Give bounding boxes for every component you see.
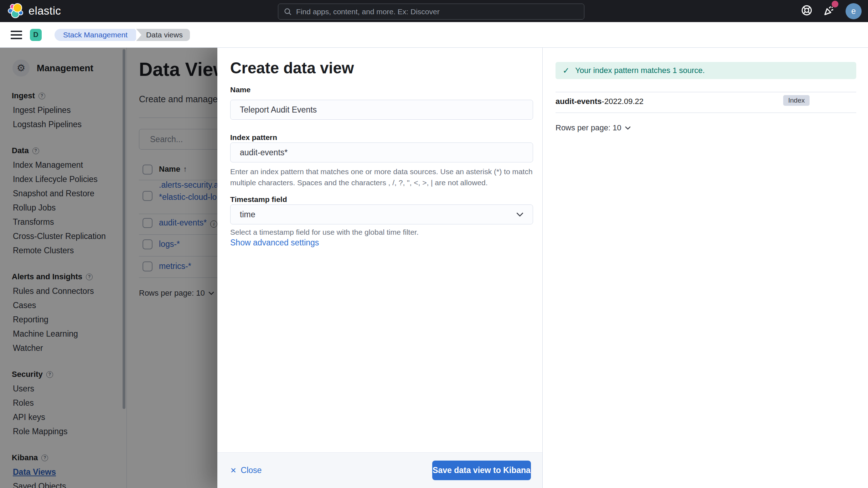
source-name-bold: audit-events [556, 97, 602, 106]
brand-name: elastic [29, 5, 61, 17]
index-pattern-help: Enter an index pattern that matches one … [230, 166, 535, 188]
search-icon [284, 8, 292, 16]
callout-text: Your index pattern matches 1 source. [575, 66, 705, 75]
breadcrumb-data-views: Data views [136, 29, 190, 41]
divider [556, 113, 856, 113]
timestamp-value: time [240, 210, 255, 219]
matched-source-row: audit-events-2022.09.22 Index [556, 97, 856, 106]
source-name: audit-events-2022.09.22 [556, 97, 644, 106]
timestamp-field-select[interactable]: time [230, 204, 533, 224]
kibana-app: elastic [0, 0, 868, 488]
notification-badge [832, 1, 838, 7]
rows-per-page-label: Rows per page: 10 [556, 123, 621, 133]
close-label: Close [241, 466, 262, 475]
save-data-view-button[interactable]: Save data view to Kibana [432, 461, 531, 480]
index-pattern-field[interactable] [230, 142, 533, 162]
source-preview-panel: ✓ Your index pattern matches 1 source. a… [543, 48, 868, 488]
create-data-view-flyout: Create data view Name Index pattern Ente… [217, 48, 868, 488]
close-icon: ✕ [230, 466, 237, 475]
newsfeed-icon[interactable] [823, 4, 836, 18]
global-search[interactable] [278, 4, 584, 20]
name-input[interactable] [240, 105, 523, 115]
close-button[interactable]: ✕ Close [230, 466, 262, 475]
divider [556, 92, 856, 92]
index-pattern-label: Index pattern [230, 133, 277, 142]
index-pattern-input[interactable] [240, 148, 523, 157]
help-icon[interactable] [801, 4, 813, 18]
flyout-form: Create data view Name Index pattern Ente… [217, 48, 542, 488]
index-badge: Index [783, 95, 810, 106]
breadcrumb-stack-management[interactable]: Stack Management [55, 29, 135, 41]
preview-rows-per-page-select[interactable]: Rows per page: 10 [556, 123, 631, 133]
breadcrumb-bar: D Stack Management Data views [0, 22, 868, 48]
source-name-rest: -2022.09.22 [602, 97, 644, 106]
timestamp-field-label: Timestamp field [230, 195, 287, 204]
workspace: ⚙ Management Ingest ? Ingest Pipelines L… [0, 48, 868, 488]
flyout-footer: ✕ Close Save data view to Kibana [217, 452, 542, 488]
chevron-down-icon [516, 212, 523, 217]
timestamp-help: Select a timestamp field for use with th… [230, 227, 535, 238]
top-header: elastic [0, 0, 868, 22]
header-actions: e [801, 0, 862, 22]
global-search-input[interactable] [296, 7, 578, 16]
chevron-down-icon [625, 126, 631, 130]
overlay-mask[interactable] [0, 48, 217, 488]
success-callout: ✓ Your index pattern matches 1 source. [556, 62, 856, 79]
elastic-brand[interactable]: elastic [8, 3, 61, 19]
deployment-badge[interactable]: D [30, 29, 42, 41]
name-label: Name [230, 85, 250, 94]
check-icon: ✓ [563, 66, 569, 76]
breadcrumb: Stack Management Data views [55, 29, 190, 41]
name-field[interactable] [230, 100, 533, 120]
flyout-title: Create data view [230, 59, 354, 77]
show-advanced-settings-link[interactable]: Show advanced settings [230, 238, 319, 248]
menu-icon[interactable] [11, 31, 22, 39]
elastic-logo-icon [8, 3, 24, 19]
user-avatar[interactable]: e [846, 3, 862, 19]
